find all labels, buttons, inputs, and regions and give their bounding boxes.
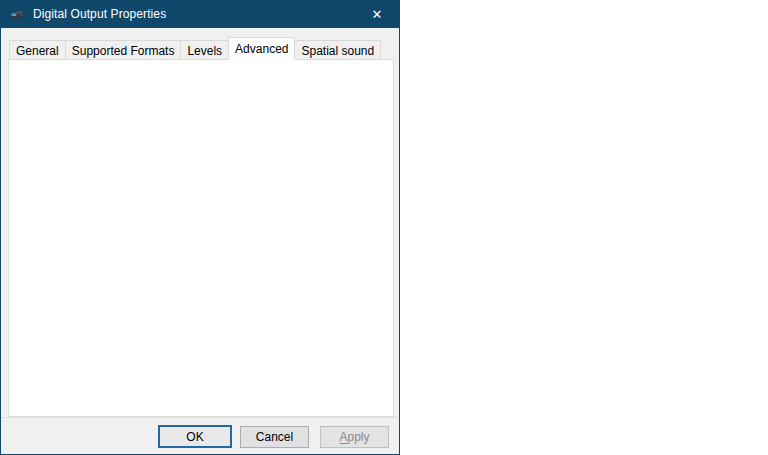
ok-button[interactable]: OK: [158, 425, 232, 448]
close-button[interactable]: ✕: [355, 0, 399, 28]
advanced-tab-page: [8, 59, 394, 417]
close-icon: ✕: [372, 7, 383, 22]
apply-button-label: Apply: [339, 430, 369, 444]
apply-button: Apply: [320, 426, 389, 448]
screen: Digital Output Properties ✕ General Supp…: [0, 0, 768, 455]
audio-device-icon: [9, 7, 26, 21]
tab-strip: General Supported Formats Levels Advance…: [9, 37, 380, 60]
tab-general[interactable]: General: [9, 40, 66, 60]
dialog-footer: OK Cancel Apply: [1, 417, 399, 454]
tab-supported-formats[interactable]: Supported Formats: [65, 40, 182, 60]
tab-spatial-sound[interactable]: Spatial sound: [294, 40, 381, 60]
digital-output-properties-dialog: Digital Output Properties ✕ General Supp…: [0, 0, 400, 455]
cancel-button-label: Cancel: [256, 430, 293, 444]
window-title: Digital Output Properties: [33, 7, 166, 21]
tab-levels[interactable]: Levels: [180, 40, 229, 60]
cancel-button[interactable]: Cancel: [240, 426, 309, 448]
tab-advanced[interactable]: Advanced: [228, 37, 295, 60]
titlebar[interactable]: Digital Output Properties ✕: [1, 0, 399, 28]
ok-button-label: OK: [186, 430, 203, 444]
